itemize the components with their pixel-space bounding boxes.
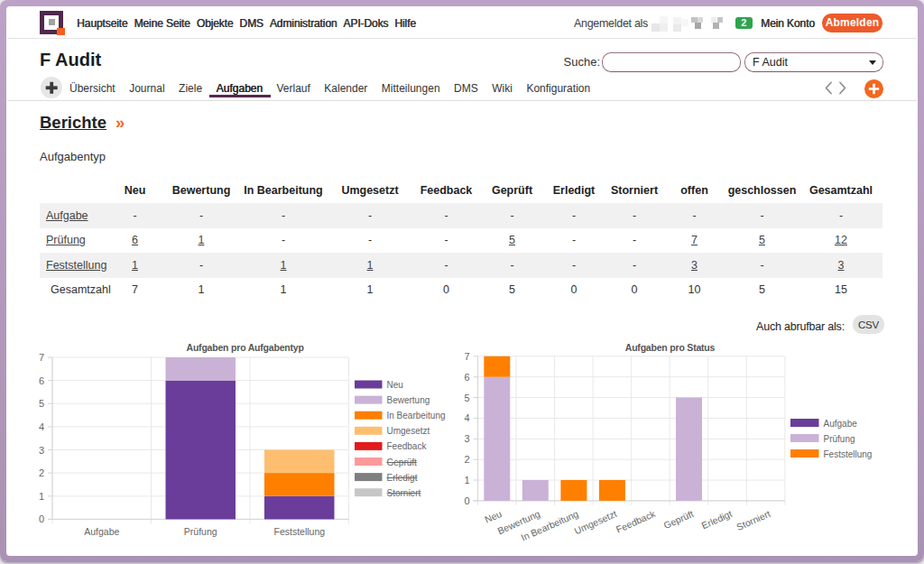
svg-text:5: 5 [39,398,44,409]
svg-text:Aufgabe: Aufgabe [824,419,858,429]
svg-text:Erledigt: Erledigt [387,473,418,483]
svg-text:In Bearbeitung: In Bearbeitung [387,411,446,421]
svg-text:0: 0 [39,513,44,524]
svg-text:7: 7 [464,351,469,362]
svg-text:Feedback: Feedback [387,441,428,451]
svg-text:Prüfung: Prüfung [824,434,855,444]
svg-text:4: 4 [464,412,469,423]
svg-text:6: 6 [464,372,469,383]
svg-text:1: 1 [464,475,469,485]
svg-text:7: 7 [39,352,44,363]
svg-text:3: 3 [464,433,469,444]
svg-text:4: 4 [39,421,44,432]
svg-text:Aufgaben pro Status: Aufgaben pro Status [625,342,716,353]
svg-text:2: 2 [39,467,44,478]
svg-text:2: 2 [464,454,469,465]
svg-text:Feedback: Feedback [614,508,658,535]
svg-text:Aufgabe: Aufgabe [84,526,119,537]
svg-text:Umgesetzt: Umgesetzt [387,426,430,436]
svg-text:Neu: Neu [483,508,504,525]
svg-text:Feststellung: Feststellung [273,526,325,537]
svg-text:Erledigt: Erledigt [700,508,734,531]
svg-text:0: 0 [464,495,469,506]
svg-text:Neu: Neu [387,380,403,390]
svg-text:Geprüft: Geprüft [387,458,418,467]
svg-text:Aufgaben pro Aufgabentyp: Aufgaben pro Aufgabentyp [187,342,304,353]
svg-text:Geprüft: Geprüft [661,508,695,531]
svg-text:Bewertung: Bewertung [387,395,430,405]
svg-text:Storniert: Storniert [735,508,772,532]
svg-text:3: 3 [39,445,44,456]
svg-text:Feststellung: Feststellung [824,449,873,459]
svg-text:6: 6 [39,375,44,386]
svg-text:1: 1 [39,491,44,502]
svg-text:Storniert: Storniert [387,488,421,498]
svg-text:Prüfung: Prüfung [184,526,217,537]
svg-text:Umgesetzt: Umgesetzt [572,508,618,536]
svg-text:5: 5 [464,393,469,403]
